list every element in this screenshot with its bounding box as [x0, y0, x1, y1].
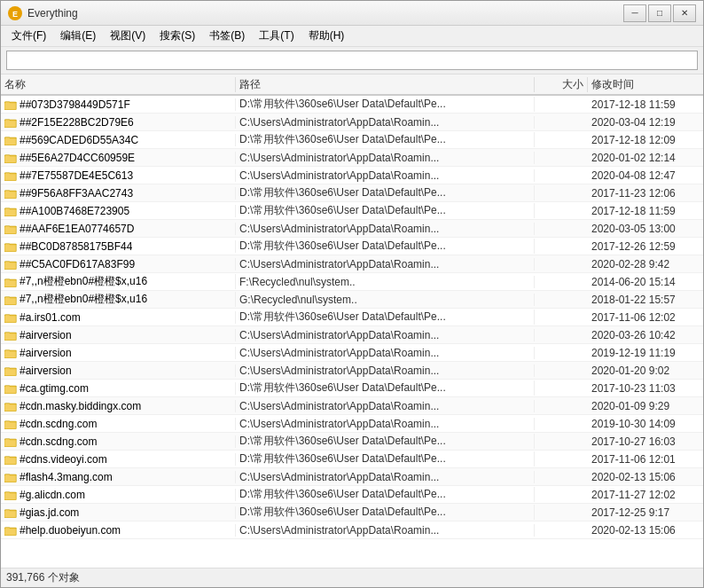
- row-path-cell: C:\Users\Administrator\AppData\Roamin...: [236, 152, 535, 164]
- table-row[interactable]: ##569CADED6D55A34C D:\常用软件\360se6\User D…: [1, 131, 703, 149]
- table-row[interactable]: #a.irs01.com D:\常用软件\360se6\User Data\De…: [1, 309, 703, 326]
- row-name-cell: #airversion: [1, 347, 236, 359]
- folder-icon: [4, 258, 17, 270]
- header-name[interactable]: 名称: [1, 77, 236, 92]
- row-name-text: #ca.gtimg.com: [20, 382, 89, 395]
- row-name-cell: ##AAF6E1EA0774657D: [1, 223, 236, 235]
- row-time-cell: 2017-12-18 11:59: [588, 205, 703, 217]
- table-row[interactable]: #airversion C:\Users\Administrator\AppDa…: [1, 326, 703, 344]
- table-row[interactable]: ##073D3798449D571F D:\常用软件\360se6\User D…: [1, 96, 703, 114]
- row-time-cell: 2020-01-02 12:14: [588, 152, 703, 164]
- menu-item[interactable]: 搜索(S): [153, 27, 202, 46]
- table-row[interactable]: ##AAF6E1EA0774657D C:\Users\Administrato…: [1, 220, 703, 238]
- table-row[interactable]: #flash4.3mang.com C:\Users\Administrator…: [1, 468, 703, 486]
- folder-icon: [4, 435, 17, 448]
- row-path-cell: D:\常用软件\360se6\User Data\Default\Pe...: [236, 203, 535, 218]
- close-button[interactable]: ✕: [673, 4, 696, 22]
- folder-icon: [4, 98, 17, 111]
- table-row[interactable]: #ca.gtimg.com D:\常用软件\360se6\User Data\D…: [1, 380, 703, 397]
- menu-item[interactable]: 文件(F): [4, 27, 53, 46]
- row-name-text: #airversion: [20, 329, 72, 341]
- row-name-text: #flash4.3mang.com: [20, 471, 113, 483]
- row-name-text: #help.duobeiyun.com: [20, 524, 121, 537]
- row-path-cell: F:\Recycled\nul\system..: [236, 276, 535, 288]
- folder-icon: [4, 134, 17, 146]
- row-name-cell: ##A100B7468E723905: [1, 205, 236, 217]
- row-time-cell: 2017-10-27 16:03: [588, 435, 703, 448]
- folder-icon: [4, 240, 17, 253]
- window-title: Everything: [27, 7, 623, 20]
- row-name-text: ##A100B7468E723905: [20, 205, 129, 217]
- folder-icon: [4, 365, 17, 377]
- table-row[interactable]: #airversion C:\Users\Administrator\AppDa…: [1, 344, 703, 362]
- row-name-text: #cdn.scdng.com: [20, 418, 97, 430]
- folder-icon: [4, 418, 17, 430]
- svg-text:E: E: [12, 10, 18, 19]
- row-path-cell: C:\Users\Administrator\AppData\Roamin...: [236, 329, 535, 341]
- table-row[interactable]: #cdns.videoyi.com D:\常用软件\360se6\User Da…: [1, 451, 703, 468]
- table-row[interactable]: ##5E6A27D4CC60959E C:\Users\Administrato…: [1, 149, 703, 167]
- row-time-cell: 2017-12-26 12:59: [588, 240, 703, 253]
- row-name-cell: #airversion: [1, 329, 236, 341]
- row-time-cell: 2017-11-06 12:01: [588, 453, 703, 466]
- row-name-cell: #7,,n橙橙ebn0#橙橙$x,u16: [1, 292, 236, 307]
- folder-icon: [4, 489, 17, 501]
- search-input[interactable]: [6, 51, 698, 70]
- table-row[interactable]: ##9F56A8FF3AAC2743 D:\常用软件\360se6\User D…: [1, 184, 703, 202]
- menu-item[interactable]: 帮助(H): [301, 27, 352, 46]
- row-path-cell: C:\Users\Administrator\AppData\Roamin...: [236, 347, 535, 359]
- row-path-cell: D:\常用软件\360se6\User Data\Default\Pe...: [236, 97, 535, 112]
- table-row[interactable]: #help.duobeiyun.com C:\Users\Administrat…: [1, 521, 703, 539]
- search-bar: [1, 47, 703, 74]
- row-time-cell: 2017-12-18 12:09: [588, 134, 703, 146]
- table-body: ##073D3798449D571F D:\常用软件\360se6\User D…: [1, 96, 703, 568]
- table-row[interactable]: #cdn.masky.biddingx.com C:\Users\Adminis…: [1, 397, 703, 415]
- table-row[interactable]: ##BC0D87858175BF44 D:\常用软件\360se6\User D…: [1, 238, 703, 255]
- row-name-cell: #cdn.scdng.com: [1, 418, 236, 430]
- table-row[interactable]: ##2F15E228BC2D79E6 C:\Users\Administrato…: [1, 114, 703, 131]
- row-name-text: ##2F15E228BC2D79E6: [20, 116, 134, 129]
- row-time-cell: 2017-11-06 12:02: [588, 311, 703, 324]
- row-name-cell: #flash4.3mang.com: [1, 471, 236, 483]
- row-path-cell: C:\Users\Administrator\AppData\Roamin...: [236, 524, 535, 537]
- row-name-cell: #cdn.masky.biddingx.com: [1, 400, 236, 412]
- row-name-text: ##7E75587DE4E5C613: [20, 169, 133, 182]
- table-row[interactable]: ##A100B7468E723905 D:\常用软件\360se6\User D…: [1, 202, 703, 220]
- menu-item[interactable]: 视图(V): [103, 27, 153, 46]
- menu-item[interactable]: 书签(B): [202, 27, 252, 46]
- minimize-button[interactable]: ─: [623, 4, 646, 22]
- table-row[interactable]: #gias.jd.com D:\常用软件\360se6\User Data\De…: [1, 504, 703, 521]
- table-row[interactable]: #7,,n橙橙ebn0#橙橙$x,u16 G:\Recycled\nul\sys…: [1, 291, 703, 309]
- folder-icon: [4, 382, 17, 395]
- row-path-cell: C:\Users\Administrator\AppData\Roamin...: [236, 400, 535, 412]
- menu-item[interactable]: 工具(T): [252, 27, 301, 46]
- folder-icon: [4, 471, 17, 483]
- row-time-cell: 2020-01-20 9:02: [588, 365, 703, 377]
- menu-item[interactable]: 编辑(E): [53, 27, 103, 46]
- main-window: E Everything ─ □ ✕ 文件(F)编辑(E)视图(V)搜索(S)书…: [0, 0, 704, 588]
- row-time-cell: 2018-01-22 15:57: [588, 294, 703, 306]
- header-size[interactable]: 大小: [535, 77, 588, 92]
- table-row[interactable]: #airversion C:\Users\Administrator\AppDa…: [1, 362, 703, 380]
- row-time-cell: 2020-02-28 9:42: [588, 258, 703, 270]
- row-name-text: #cdns.videoyi.com: [20, 453, 107, 466]
- table-row[interactable]: ##7E75587DE4E5C613 C:\Users\Administrato…: [1, 167, 703, 184]
- folder-icon: [4, 400, 17, 412]
- header-path[interactable]: 路径: [236, 77, 535, 92]
- row-name-cell: #help.duobeiyun.com: [1, 524, 236, 537]
- folder-icon: [4, 116, 17, 129]
- row-name-cell: ##9F56A8FF3AAC2743: [1, 187, 236, 200]
- table-row[interactable]: ##C5AC0FD617A83F99 C:\Users\Administrato…: [1, 255, 703, 273]
- header-time[interactable]: 修改时间: [588, 77, 703, 92]
- table-row[interactable]: #7,,n橙橙ebn0#橙橙$x,u16 F:\Recycled\nul\sys…: [1, 273, 703, 291]
- folder-icon: [4, 276, 17, 288]
- table-row[interactable]: #cdn.scdng.com D:\常用软件\360se6\User Data\…: [1, 433, 703, 451]
- folder-icon: [4, 187, 17, 200]
- table-row[interactable]: #g.alicdn.com D:\常用软件\360se6\User Data\D…: [1, 486, 703, 504]
- row-time-cell: 2020-02-13 15:06: [588, 471, 703, 483]
- table-row[interactable]: #cdn.scdng.com C:\Users\Administrator\Ap…: [1, 415, 703, 433]
- row-name-text: #gias.jd.com: [20, 506, 79, 519]
- row-path-cell: G:\Recycled\nul\system..: [236, 294, 535, 306]
- maximize-button[interactable]: □: [648, 4, 671, 22]
- row-name-cell: #cdns.videoyi.com: [1, 453, 236, 466]
